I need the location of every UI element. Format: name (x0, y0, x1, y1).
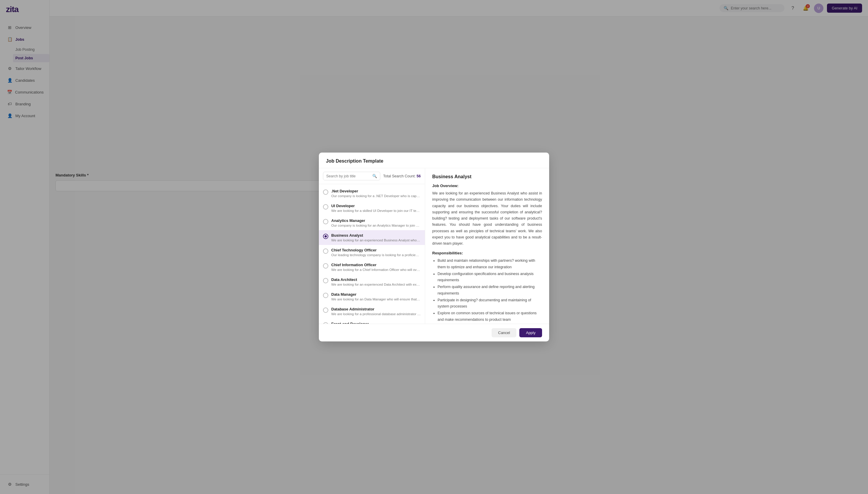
job-title: Business Analyst (331, 233, 421, 238)
job-list-item[interactable]: Chief Technology Officer Our leading tec… (319, 245, 425, 247)
radio-button[interactable] (323, 189, 328, 195)
detail-job-title: Business Analyst (432, 174, 434, 179)
job-item-content: Analytics Manager Our company is looking… (331, 218, 421, 227)
overview-heading: Job Overview: (432, 184, 434, 188)
job-list-item[interactable]: Analytics Manager Our company is looking… (319, 215, 425, 230)
job-description-snippet: We are looking for an experienced Busine… (331, 239, 421, 242)
modal-header: Job Description Template (319, 153, 434, 168)
job-list: .Net Developer Our company is looking fo… (319, 184, 425, 247)
job-list-item[interactable]: UI Developer We are looking for a skille… (319, 201, 425, 215)
job-description-modal: Job Description Template 🔍 Total Search … (319, 153, 434, 247)
job-title: .Net Developer (331, 189, 421, 193)
job-description-snippet: Our company is looking for an Analytics … (331, 224, 421, 227)
job-item-content: UI Developer We are looking for a skille… (331, 204, 421, 212)
job-list-item[interactable]: Business Analyst We are looking for an e… (319, 230, 425, 245)
search-icon: 🔍 (372, 174, 377, 178)
job-title: UI Developer (331, 204, 421, 208)
radio-button[interactable] (323, 234, 328, 239)
overview-text: We are looking for an experienced Busine… (432, 190, 434, 247)
modal-title: Job Description Template (326, 158, 434, 164)
job-item-content: Business Analyst We are looking for an e… (331, 233, 421, 242)
modal-left-panel: 🔍 Total Search Count: 56 .Net Developer … (319, 168, 425, 247)
job-description-snippet: We are looking for a skilled UI Develope… (331, 209, 421, 212)
job-title: Analytics Manager (331, 218, 421, 223)
job-item-content: .Net Developer Our company is looking fo… (331, 189, 421, 198)
radio-button[interactable] (323, 219, 328, 224)
job-search-input[interactable] (326, 174, 371, 178)
job-list-item[interactable]: .Net Developer Our company is looking fo… (319, 186, 425, 201)
job-description-snippet: Our company is looking for a .NET Develo… (331, 194, 421, 198)
modal-search-wrap: 🔍 Total Search Count: 56 (319, 168, 425, 184)
search-count: Total Search Count: 56 (383, 174, 421, 178)
modal-body: 🔍 Total Search Count: 56 .Net Developer … (319, 168, 434, 247)
modal-search-bar[interactable]: 🔍 (323, 172, 380, 180)
radio-button[interactable] (323, 204, 328, 210)
modal-backdrop: Job Description Template 🔍 Total Search … (0, 0, 434, 247)
modal-detail-panel: Business Analyst Job Overview: We are lo… (425, 168, 434, 247)
